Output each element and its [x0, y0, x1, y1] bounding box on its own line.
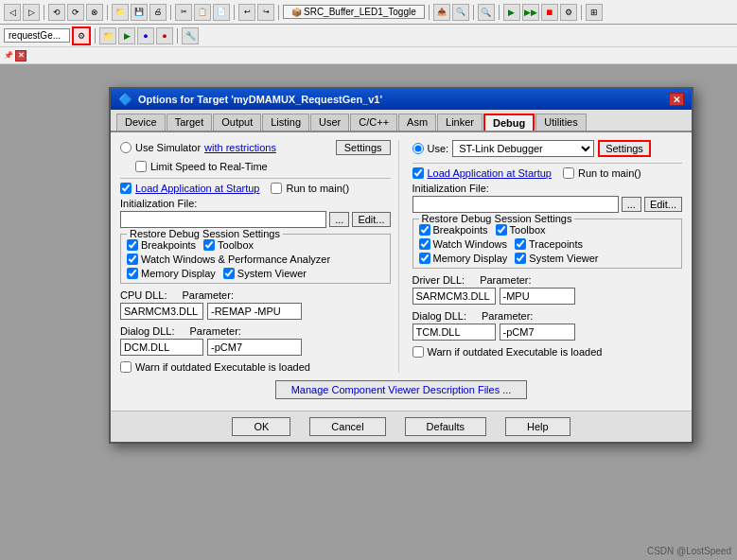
left-watch-windows-check[interactable] [127, 254, 138, 265]
toolbar-btn-7[interactable]: 💾 [131, 4, 148, 21]
project-icon: 📦 [291, 8, 302, 17]
left-cpu-dll-input[interactable] [120, 303, 203, 320]
tab-utilities[interactable]: Utilities [535, 114, 586, 131]
left-cpu-param-input[interactable] [207, 303, 302, 320]
right-run-to-main-check[interactable] [563, 167, 574, 179]
toolbar2-btn-4[interactable]: ● [156, 27, 173, 44]
dialog-close-btn[interactable]: ✕ [669, 93, 684, 106]
project-selector[interactable]: requestGe... [4, 28, 70, 43]
right-dialog-dll-input[interactable] [412, 324, 496, 341]
toolbar-btn-10[interactable]: 📋 [194, 4, 211, 21]
tab-asm[interactable]: Asm [398, 114, 436, 131]
toolbar-btn-16[interactable]: ▶ [503, 4, 520, 21]
use-simulator-radio[interactable] [120, 142, 132, 153]
tab-device[interactable]: Device [116, 114, 166, 131]
toolbar-btn-4[interactable]: ⟳ [67, 4, 84, 21]
toolbar-btn-11[interactable]: 📄 [213, 4, 230, 21]
right-edit-btn[interactable]: Edit... [644, 197, 682, 212]
right-settings-btn[interactable]: Settings [598, 140, 651, 157]
tab-cpp[interactable]: C/C++ [350, 114, 397, 131]
right-driver-dll-input[interactable] [412, 288, 496, 305]
toolbar-btn-5[interactable]: ⊗ [86, 4, 103, 21]
toolbar2-btn-1[interactable]: 📁 [99, 27, 116, 44]
ok-btn[interactable]: OK [232, 417, 290, 436]
toolbar-btn-3[interactable]: ⟲ [48, 4, 65, 21]
left-cpu-parameter-label: Parameter: [183, 289, 234, 301]
left-dialog-dll-input[interactable] [120, 339, 203, 356]
left-toolbox-check[interactable] [203, 239, 215, 251]
toolbar-btn-19[interactable]: ⚙ [560, 4, 577, 21]
toolbar-separator-8 [499, 5, 500, 20]
toolbar-btn-9[interactable]: ✂ [175, 4, 192, 21]
toolbar-btn-20[interactable]: ⊞ [586, 4, 603, 21]
left-run-to-main-check[interactable] [271, 183, 282, 194]
toolbar2-btn-3[interactable]: ● [137, 27, 154, 44]
right-load-app-check[interactable] [412, 167, 424, 179]
debugger-dropdown[interactable]: ST-Link Debugger [452, 140, 594, 157]
right-system-viewer-check[interactable] [515, 253, 526, 264]
right-watch-windows-check[interactable] [419, 238, 430, 250]
right-dialog-param-header: Parameter: [482, 310, 533, 322]
right-breakpoints-label: Breakpoints [433, 224, 488, 236]
right-toolbox-check[interactable] [496, 224, 507, 236]
left-memory-display-check[interactable] [127, 268, 138, 279]
right-driver-param-input[interactable] [500, 288, 575, 305]
options-btn-highlighted[interactable]: ⚙ [72, 26, 91, 45]
right-memory-display-check[interactable] [419, 253, 430, 264]
left-system-viewer-check[interactable] [223, 268, 235, 279]
right-warn-check[interactable] [412, 346, 424, 358]
left-load-app-check[interactable] [120, 183, 132, 194]
toolbar-btn-1[interactable]: ◁ [4, 4, 21, 21]
toolbar-btn-15[interactable]: 🔍 [452, 4, 469, 21]
tab-debug[interactable]: Debug [483, 114, 535, 131]
dialog-tab-bar: Device Target Output Listing User C/C++ … [111, 110, 692, 132]
tab-linker[interactable]: Linker [437, 114, 483, 131]
toolbar-btn-6[interactable]: 📁 [112, 4, 129, 21]
toolbar2-btn-5[interactable]: 🔧 [182, 27, 199, 44]
right-toolbox-label: Toolbox [510, 224, 546, 236]
dialog-titlebar: 🔷 Options for Target 'myDMAMUX_RequestGe… [111, 89, 692, 110]
defaults-btn[interactable]: Defaults [405, 417, 486, 436]
tab-listing[interactable]: Listing [262, 114, 309, 131]
project-tab[interactable]: 📦 SRC_Buffer_LED1_Toggle [283, 5, 425, 19]
left-breakpoints-check[interactable] [127, 239, 138, 251]
tab-output[interactable]: Output [213, 114, 261, 131]
left-settings-btn[interactable]: Settings [336, 140, 391, 155]
cancel-btn[interactable]: Cancel [309, 417, 385, 436]
toolbar-btn-17[interactable]: ▶▶ [522, 4, 539, 21]
right-init-file-input[interactable] [412, 196, 619, 213]
use-right-radio[interactable] [412, 143, 424, 154]
right-dialog-param-input[interactable] [500, 324, 575, 341]
toolbar-btn-8[interactable]: 🖨 [149, 4, 167, 21]
toolbar-btn-13[interactable]: ↪ [257, 4, 274, 21]
toolbar-btn-2[interactable]: ▷ [23, 4, 40, 21]
toolbar-btn-14[interactable]: 📤 [433, 4, 450, 21]
manage-component-btn[interactable]: Manage Component Viewer Description File… [275, 380, 528, 399]
dialog-title: Options for Target 'myDMAMUX_RequestGen_… [138, 94, 382, 105]
left-dialog-param-header: Parameter: [189, 325, 240, 337]
left-browse-btn[interactable]: ... [329, 212, 349, 227]
pin-icon[interactable]: 📌 [4, 51, 13, 60]
tab-user[interactable]: User [310, 114, 349, 131]
toolbar-separator-2 [107, 5, 108, 20]
close-side-btn[interactable]: ✕ [15, 50, 26, 61]
limit-speed-check[interactable] [135, 161, 147, 172]
toolbar-btn-12[interactable]: ↩ [238, 4, 255, 21]
toolbar-btn-search[interactable]: 🔍 [478, 4, 495, 21]
left-init-file-input[interactable] [120, 211, 326, 228]
right-breakpoints-check[interactable] [419, 224, 430, 236]
toolbar2-btn-2[interactable]: ▶ [118, 27, 135, 44]
help-btn[interactable]: Help [505, 417, 570, 436]
right-tracepoints-check[interactable] [515, 238, 526, 250]
right-browse-btn[interactable]: ... [622, 197, 641, 212]
left-load-app-label: Load Application at Startup [135, 183, 259, 194]
left-warn-check[interactable] [120, 361, 132, 373]
right-memory-display-label: Memory Display [433, 253, 508, 264]
left-dialog-param-input[interactable] [207, 339, 302, 356]
left-edit-btn[interactable]: Edit... [352, 212, 390, 227]
tab-target[interactable]: Target [167, 114, 213, 131]
left-watch-windows-label: Watch Windows & Performance Analyzer [141, 254, 330, 265]
toolbar-btn-18[interactable]: ⏹ [541, 4, 558, 21]
right-system-viewer-label: System Viewer [529, 253, 598, 264]
with-restrictions-link[interactable]: with restrictions [204, 142, 276, 153]
